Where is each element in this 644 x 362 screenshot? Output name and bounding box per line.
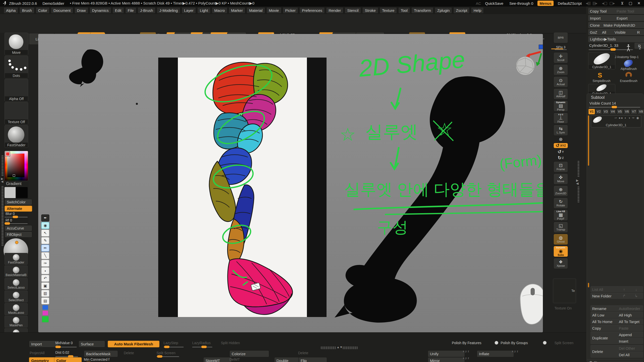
menu-item[interactable]: Alpha bbox=[4, 7, 18, 14]
rename-button[interactable]: Rename bbox=[590, 305, 619, 311]
menu-item[interactable]: Transform bbox=[411, 7, 433, 14]
tray-button[interactable]: ✛ Scroll bbox=[553, 52, 568, 63]
polish-by-features-slider-label[interactable]: Polish By Features bbox=[452, 341, 481, 345]
bottom-scroll-left[interactable] bbox=[321, 346, 336, 349]
tray-toggle-left-icon[interactable]: ◂||| bbox=[586, 1, 590, 6]
active-tool-slider-label[interactable]: Cylinder3D_1. 33 bbox=[589, 43, 618, 48]
tray-button[interactable]: ◱ Transp bbox=[553, 222, 568, 233]
dist-slider[interactable] bbox=[55, 356, 78, 357]
menu-item[interactable]: Render bbox=[326, 7, 343, 14]
flip-button[interactable]: Flip bbox=[298, 357, 327, 362]
del-other-button[interactable]: Del Other bbox=[617, 345, 643, 351]
tool-slot-alphabrush[interactable]: AlphaBrush bbox=[616, 60, 641, 71]
copy-tool-button[interactable]: Copy Tool bbox=[588, 8, 616, 14]
menu-item[interactable]: Layer bbox=[182, 7, 196, 14]
split-screen-button-b[interactable]: Split Screen bbox=[156, 351, 175, 355]
storemt-button[interactable]: StoreMT bbox=[203, 357, 232, 362]
menu-item[interactable]: Dynamics bbox=[90, 7, 111, 14]
color-swatch-magenta[interactable] bbox=[42, 310, 48, 315]
bottom-scroll-right[interactable] bbox=[343, 346, 358, 349]
menu-item[interactable]: Texture bbox=[380, 7, 397, 14]
menu-item[interactable]: Brush bbox=[19, 7, 34, 14]
subtool-tab[interactable]: V6 bbox=[624, 109, 630, 114]
material-fastshader-item[interactable]: FastShader bbox=[5, 253, 28, 265]
menu-item[interactable]: Edit bbox=[112, 7, 124, 14]
del-all-button[interactable]: Del All bbox=[617, 352, 643, 358]
right-tray-collapse-arrows[interactable]: ▶◀ bbox=[576, 179, 579, 185]
split-screen-slider[interactable] bbox=[156, 356, 179, 357]
tray-button[interactable]: ↻ Z bbox=[553, 155, 568, 160]
subtool-header[interactable]: Subtool bbox=[591, 95, 605, 100]
export-tool-button[interactable]: Export bbox=[615, 15, 644, 21]
lazystep-slider-label[interactable]: LazyStep bbox=[164, 341, 178, 345]
menu-item[interactable]: Help bbox=[471, 7, 484, 14]
midvalue-slider[interactable] bbox=[55, 347, 77, 347]
pen-app-logo-icon[interactable]: ✒ bbox=[41, 214, 49, 221]
left-tray-scrollbar-2[interactable] bbox=[2, 186, 4, 246]
autoreorder-button[interactable]: AutoReorder bbox=[617, 305, 643, 311]
menu-item[interactable]: Color bbox=[36, 7, 50, 14]
polish-groups-mode-dot[interactable] bbox=[543, 341, 547, 345]
paste-subtool-button[interactable]: Paste bbox=[617, 325, 643, 331]
inflate-xyz-toggle[interactable]: x y z bbox=[512, 350, 518, 353]
color-swatch-green-active[interactable] bbox=[42, 316, 49, 323]
visible-count-slider[interactable] bbox=[589, 107, 640, 108]
menu-item[interactable]: Zplugin bbox=[435, 7, 452, 14]
delete-button-left[interactable]: Delete bbox=[124, 351, 134, 355]
menu-item[interactable]: Zscript bbox=[453, 7, 470, 14]
tray-button[interactable]: ◫ AAHalf bbox=[553, 88, 568, 100]
menu-item[interactable]: Tool bbox=[398, 7, 410, 14]
palette-quick-item[interactable]: SelectRect bbox=[5, 291, 28, 302]
clear-trash-icon[interactable]: ▣ bbox=[41, 282, 49, 289]
menu-item[interactable]: Marker bbox=[229, 7, 246, 14]
tray-button[interactable]: ⊛ bbox=[553, 137, 568, 142]
subtool-panel-scrollbar[interactable] bbox=[588, 283, 589, 287]
menus-button[interactable]: Menus bbox=[537, 1, 554, 6]
all-to-target-button[interactable]: All To Target bbox=[617, 319, 643, 325]
tray-button[interactable]: ↺ XYZ bbox=[553, 143, 568, 148]
subtool-tab[interactable]: V7 bbox=[631, 109, 637, 114]
rf-slider[interactable] bbox=[5, 223, 28, 224]
menu-item[interactable]: J-Brush bbox=[138, 7, 156, 14]
split-hidden-button[interactable]: Split Hidden bbox=[221, 341, 240, 345]
screenshot-icon[interactable]: ▥ bbox=[41, 290, 49, 297]
tray-button[interactable]: ◍ Ghost bbox=[553, 234, 568, 245]
tray-button[interactable]: BPR bbox=[553, 32, 568, 43]
menu-item[interactable]: File bbox=[125, 7, 136, 14]
tray-button[interactable]: Line Fill ▦ PolyF bbox=[553, 210, 568, 221]
tray-button[interactable]: ❖ Xpose bbox=[553, 258, 568, 269]
tray-button[interactable]: ⇆ L.Sym bbox=[553, 125, 568, 136]
menu-item[interactable]: Light bbox=[197, 7, 211, 14]
minimize-icon[interactable]: ⊻ bbox=[621, 1, 624, 6]
marker-tool-icon[interactable]: ✑ bbox=[41, 260, 49, 267]
subtool-item-icons[interactable]: ⇀ ●● ◐ ◑ ✑ ◉ bbox=[614, 116, 639, 120]
tray-button[interactable]: ⊙ Actual bbox=[553, 76, 568, 87]
right-tray-scrollbar-2[interactable] bbox=[578, 187, 579, 203]
menu-item[interactable]: Macro bbox=[212, 7, 227, 14]
quicksave-button[interactable]: QuickSave bbox=[485, 1, 503, 6]
line-tool-icon[interactable]: ╲ bbox=[41, 252, 49, 259]
copy-subtool-button[interactable]: Copy bbox=[590, 325, 619, 331]
visible-count-slider-label[interactable]: Visible Count 14 bbox=[589, 101, 616, 105]
dot-tool-icon[interactable]: • bbox=[41, 267, 49, 274]
make-polymesh3d-button[interactable]: Make PolyMesh3D bbox=[602, 22, 644, 28]
dist-slider-label[interactable]: Dist 0.02 bbox=[55, 350, 69, 354]
tray-button[interactable]: ⊡ Frame bbox=[553, 161, 568, 172]
tool-slot-current[interactable]: Cylinder3D_1 bbox=[588, 52, 615, 69]
tray-button[interactable]: Dynamic ◉ Solo bbox=[553, 246, 568, 257]
auto-mask-fibermesh-button[interactable]: Auto Mask FiberMesh bbox=[108, 341, 159, 347]
menu-item[interactable]: J-Modeling bbox=[157, 7, 180, 14]
menu-item[interactable]: Picker bbox=[283, 7, 298, 14]
polish-features-mode-dot[interactable] bbox=[495, 341, 498, 345]
menu-item[interactable]: Preferences bbox=[299, 7, 325, 14]
current-stroke-thumbnail[interactable]: Dots bbox=[5, 56, 28, 78]
current-alpha-thumbnail[interactable]: Alpha Off bbox=[5, 79, 28, 102]
color-button[interactable]: Color bbox=[54, 357, 82, 362]
tool-slot-anatomy[interactable]: 2 J Anatomy Step-1 bbox=[616, 44, 641, 59]
document-canvas[interactable]: 2D Shape ☆ 실루엣 ☆ (Form) 실루엣 안에 다양한 형태들을 … bbox=[38, 34, 543, 332]
lightbox-tools-button[interactable]: Lightbox▶Tools bbox=[588, 36, 644, 42]
delete-subtool-button[interactable]: Delete bbox=[590, 345, 619, 358]
right-tray-scrollbar[interactable] bbox=[578, 161, 579, 177]
move-down-icon[interactable]: ↓ bbox=[629, 286, 643, 292]
fiber-import-button[interactable]: Import bbox=[29, 341, 59, 347]
